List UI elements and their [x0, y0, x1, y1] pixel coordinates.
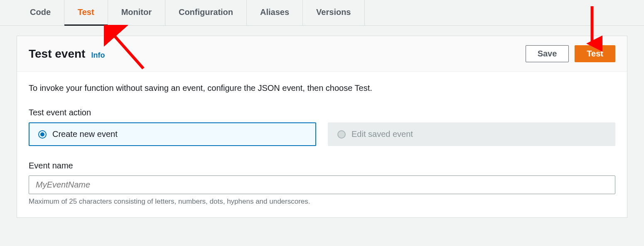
- panel-body: To invoke your function without saving a…: [17, 72, 627, 217]
- event-name-helper: Maximum of 25 characters consisting of l…: [29, 197, 615, 206]
- panel-header: Test event Info Save Test: [17, 36, 627, 72]
- event-name-label: Event name: [29, 161, 615, 170]
- save-button[interactable]: Save: [526, 45, 569, 62]
- tabs-bar: Code Test Monitor Configuration Aliases …: [0, 0, 644, 26]
- event-name-input[interactable]: [29, 175, 615, 194]
- panel-title-wrap: Test event Info: [29, 47, 105, 61]
- radio-label: Create new event: [52, 129, 118, 139]
- tab-configuration[interactable]: Configuration: [165, 0, 247, 25]
- info-link[interactable]: Info: [91, 51, 105, 60]
- tab-test[interactable]: Test: [64, 0, 108, 26]
- tab-versions[interactable]: Versions: [303, 0, 364, 25]
- radio-edit-saved-event: Edit saved event: [328, 122, 615, 146]
- test-event-action-label: Test event action: [29, 108, 615, 117]
- panel-title: Test event: [29, 47, 85, 61]
- tab-code[interactable]: Code: [17, 0, 64, 25]
- panel-description: To invoke your function without saving a…: [29, 83, 615, 93]
- tab-monitor[interactable]: Monitor: [108, 0, 165, 25]
- radio-label: Edit saved event: [351, 129, 413, 139]
- radio-create-new-event[interactable]: Create new event: [29, 122, 316, 146]
- button-row: Save Test: [526, 45, 615, 62]
- radio-icon: [337, 130, 346, 139]
- test-button[interactable]: Test: [575, 45, 615, 62]
- radio-icon: [38, 130, 47, 139]
- test-event-panel: Test event Info Save Test To invoke your…: [17, 36, 627, 218]
- tab-aliases[interactable]: Aliases: [247, 0, 303, 25]
- radio-row: Create new event Edit saved event: [29, 122, 615, 146]
